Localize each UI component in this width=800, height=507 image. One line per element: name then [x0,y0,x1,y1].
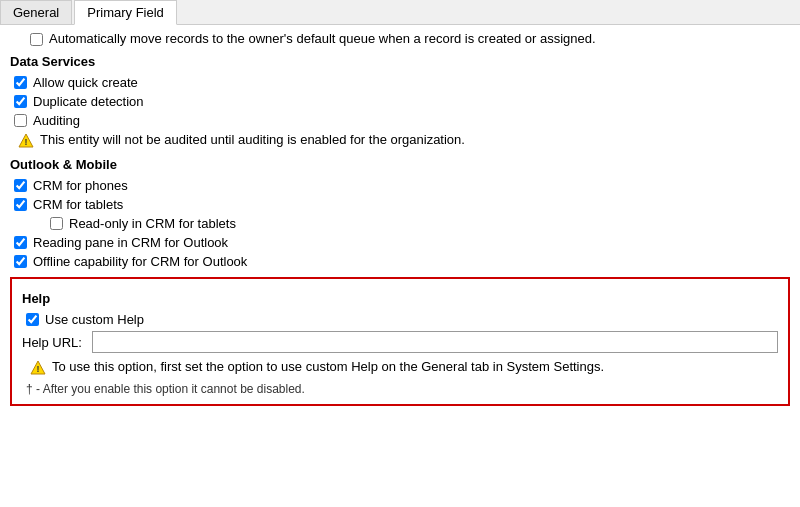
help-url-label: Help URL: [22,335,92,350]
auditing-label: Auditing [33,113,80,128]
tab-primary-field[interactable]: Primary Field [74,0,177,25]
readonly-crm-tablets-row: Read-only in CRM for tablets [10,216,790,231]
main-content: Automatically move records to the owner'… [0,25,800,416]
allow-quick-create-checkbox[interactable] [14,76,27,89]
crm-tablets-checkbox[interactable] [14,198,27,211]
help-warning-text: To use this option, first set the option… [52,359,604,374]
crm-phones-row: CRM for phones [10,178,790,193]
duplicate-detection-label: Duplicate detection [33,94,144,109]
readonly-crm-tablets-checkbox[interactable] [50,217,63,230]
help-warning-row: ! To use this option, first set the opti… [22,359,778,376]
allow-quick-create-row: Allow quick create [10,75,790,90]
allow-quick-create-label: Allow quick create [33,75,138,90]
help-url-input[interactable] [92,331,778,353]
auditing-checkbox[interactable] [14,114,27,127]
warning-icon: ! [18,133,34,149]
readonly-crm-tablets-label: Read-only in CRM for tablets [69,216,236,231]
outlook-mobile-title: Outlook & Mobile [10,157,790,172]
svg-text:!: ! [25,137,28,147]
reading-pane-label: Reading pane in CRM for Outlook [33,235,228,250]
tab-bar: General Primary Field [0,0,800,25]
svg-text:!: ! [37,364,40,374]
offline-capability-row: Offline capability for CRM for Outlook [10,254,790,269]
help-note: † - After you enable this option it cann… [22,382,778,396]
help-title: Help [22,291,778,306]
auto-move-label: Automatically move records to the owner'… [49,31,596,46]
auto-move-checkbox[interactable] [30,33,43,46]
auditing-row: Auditing [10,113,790,128]
reading-pane-row: Reading pane in CRM for Outlook [10,235,790,250]
duplicate-detection-checkbox[interactable] [14,95,27,108]
offline-capability-checkbox[interactable] [14,255,27,268]
tab-general[interactable]: General [0,0,72,24]
crm-tablets-row: CRM for tablets [10,197,790,212]
use-custom-help-checkbox[interactable] [26,313,39,326]
help-warning-icon: ! [30,360,46,376]
offline-capability-label: Offline capability for CRM for Outlook [33,254,247,269]
auto-move-row: Automatically move records to the owner'… [10,31,790,46]
help-section: Help Use custom Help Help URL: ! To use … [10,277,790,406]
crm-phones-checkbox[interactable] [14,179,27,192]
use-custom-help-row: Use custom Help [22,312,778,327]
crm-phones-label: CRM for phones [33,178,128,193]
audit-warning-row: ! This entity will not be audited until … [10,132,790,149]
crm-tablets-label: CRM for tablets [33,197,123,212]
use-custom-help-label: Use custom Help [45,312,144,327]
data-services-title: Data Services [10,54,790,69]
reading-pane-checkbox[interactable] [14,236,27,249]
audit-warning-text: This entity will not be audited until au… [40,132,465,147]
help-url-row: Help URL: [22,331,778,353]
duplicate-detection-row: Duplicate detection [10,94,790,109]
